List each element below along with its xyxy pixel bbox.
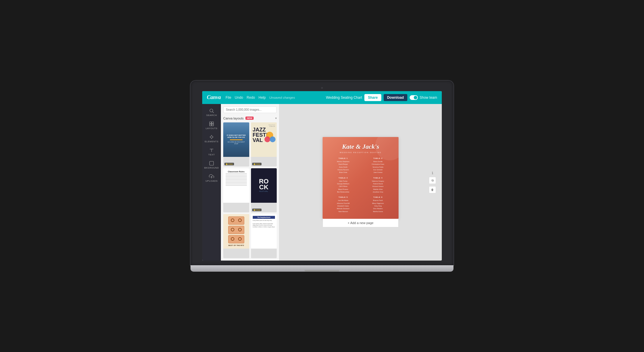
- seating-title: Kate & Jack's: [327, 143, 394, 150]
- sidebar-item-search[interactable]: SEARCH: [203, 106, 220, 118]
- table-guests-2: Maria DevilleChristopher KeanVeronica Pa…: [362, 160, 394, 174]
- table-section-4: TABLE 4 Valencia GregoryPatrick BrandRic…: [362, 177, 394, 194]
- template-cassettes-preview: BEST OF THE 80'S: [223, 214, 249, 249]
- sidebar-item-elements[interactable]: ELEMENTS: [203, 133, 220, 145]
- templates-panel: Canva layouts NEW ▾ IT DOES NOT MATTER H…: [221, 104, 279, 261]
- svg-point-16: [264, 136, 270, 142]
- sidebar-item-background[interactable]: BKGROUND: [203, 159, 220, 171]
- svg-point-6: [210, 136, 213, 138]
- svg-point-0: [210, 109, 213, 112]
- classroom-line: [226, 185, 247, 186]
- cassette-3: [228, 235, 244, 243]
- template-rock-preview: ROCK festival: [251, 168, 277, 203]
- design-container: Kate & Jack's WEDDING RECEPTION SEATING …: [323, 137, 399, 227]
- nav-help[interactable]: Help: [259, 96, 266, 100]
- svg-rect-4: [210, 124, 211, 126]
- search-section: [221, 104, 279, 115]
- show-team-button[interactable]: Show team: [410, 95, 437, 100]
- filter-section[interactable]: Canva layouts NEW ▾: [221, 115, 279, 122]
- table-title-5: TABLE 5: [327, 196, 359, 198]
- new-badge: NEW: [245, 117, 254, 120]
- upload-icon: [209, 174, 214, 179]
- table-title-6: TABLE 6: [362, 196, 394, 198]
- rock-sub: festival: [259, 190, 268, 192]
- svg-line-1: [212, 112, 214, 113]
- template-classroom[interactable]: Classroom Rules: [223, 168, 249, 212]
- design-card[interactable]: Kate & Jack's WEDDING RECEPTION SEATING …: [323, 137, 399, 219]
- chevron-down-icon: ▾: [275, 117, 277, 120]
- template-jazz[interactable]: Grove Court5th Annual JAZZFESTIVAL: [251, 122, 277, 167]
- page-number: 1: [432, 171, 433, 174]
- templates-grid: IT DOES NOT MATTER HOW SLOW YOU GO SO LO…: [221, 122, 279, 261]
- show-team-label: Show team: [420, 96, 437, 100]
- table-section-6: TABLE 6 Brianna TorchMissy HigginsonVick…: [362, 196, 394, 213]
- svg-rect-3: [212, 122, 214, 124]
- sidebar: SEARCH LAYOUTS ELEMENTS TEXT: [202, 104, 221, 261]
- nav-undo[interactable]: Undo: [235, 96, 243, 100]
- copy-page-button[interactable]: ⧉: [429, 177, 436, 184]
- table-guests-5: Ivan McAllisterJohanna ChurchillElizabet…: [327, 199, 359, 213]
- screen-bezel: Canva File Undo Redo Help Unsaved change…: [191, 81, 453, 265]
- main-area: SEARCH LAYOUTS ELEMENTS TEXT: [202, 104, 442, 261]
- unsaved-indicator: Unsaved changes: [269, 96, 295, 99]
- table-title-1: TABLE 1: [327, 157, 359, 159]
- svg-rect-2: [210, 122, 211, 124]
- classroom-line: [226, 181, 247, 181]
- classroom-line: [226, 182, 247, 183]
- template-neighborhood-preview: The Neighborhood Casey Weiss posts his l…: [251, 214, 277, 249]
- share-button[interactable]: Share: [364, 94, 381, 101]
- canvas-area[interactable]: Kate & Jack's WEDDING RECEPTION SEATING …: [279, 104, 442, 261]
- download-button[interactable]: Download: [384, 94, 407, 101]
- cassette-2: [228, 226, 244, 234]
- template-mountain[interactable]: IT DOES NOT MATTER HOW SLOW YOU GO SO LO…: [223, 122, 249, 167]
- classroom-line: [226, 175, 247, 176]
- filter-label: Canva layouts: [223, 117, 244, 120]
- table-section-1: TABLE 1 Monica StephensDavid BergerAnne …: [327, 157, 359, 174]
- laptop-base: [191, 265, 453, 272]
- classroom-line: [226, 176, 247, 177]
- sidebar-background-label: BKGROUND: [204, 167, 219, 169]
- layouts-icon: [209, 121, 214, 126]
- sidebar-search-label: SEARCH: [206, 114, 217, 117]
- delete-page-button[interactable]: 🗑: [429, 186, 436, 193]
- template-jazz-preview: Grove Court5th Annual JAZZFESTIVAL: [251, 122, 277, 157]
- table-guests-1: Monica StephensDavid BergerAnne SmithVic…: [327, 160, 359, 174]
- table-title-3: TABLE 3: [327, 177, 359, 179]
- nav-menu: File Undo Redo Help Unsaved changes: [226, 96, 326, 100]
- nav-right: Wedding Seating Chart Share Download Sho…: [326, 94, 437, 101]
- search-input[interactable]: [223, 106, 277, 113]
- sidebar-item-layouts[interactable]: LAYOUTS: [203, 119, 220, 131]
- background-icon: [209, 161, 214, 166]
- free-badge-mountain: ⭐ FREE: [224, 163, 234, 165]
- design-title: Wedding Seating Chart: [326, 96, 362, 100]
- classroom-line: [226, 183, 247, 184]
- sidebar-uploads-label: UPLOADS: [205, 180, 218, 182]
- classroom-title: Classroom Rules: [226, 171, 247, 173]
- template-cassettes[interactable]: BEST OF THE 80'S: [223, 214, 249, 258]
- neighborhood-header: The Neighborhood: [253, 216, 275, 219]
- sidebar-text-label: TEXT: [208, 153, 215, 156]
- table-guests-6: Brianna TorchMissy HigginsonVicky KingDi…: [362, 199, 394, 213]
- svg-rect-5: [212, 124, 214, 126]
- rock-title: ROCK: [259, 178, 269, 190]
- webcam: [321, 87, 323, 89]
- toggle-icon: [410, 95, 418, 100]
- laptop-wrapper: Canva File Undo Redo Help Unsaved change…: [191, 81, 453, 272]
- jazz-circles-svg: [264, 131, 276, 143]
- sidebar-item-uploads[interactable]: UPLOADS: [203, 172, 220, 184]
- classroom-line: [226, 173, 247, 174]
- nav-file[interactable]: File: [226, 96, 231, 100]
- sidebar-elements-label: ELEMENTS: [205, 140, 218, 143]
- neighborhood-body: Casey Weiss posts his last vlog entry Lo…: [253, 220, 275, 228]
- template-rock[interactable]: ROCK festival ⭐ FREE: [251, 168, 277, 212]
- laptop-screen: Canva File Undo Redo Help Unsaved change…: [202, 91, 442, 261]
- table-section-5: TABLE 5 Ivan McAllisterJohanna Churchill…: [327, 196, 359, 213]
- template-neighborhood[interactable]: The Neighborhood Casey Weiss posts his l…: [251, 214, 277, 258]
- add-page-button[interactable]: + Add a new page: [323, 219, 399, 227]
- nav-redo[interactable]: Redo: [247, 96, 255, 100]
- mountain-sub: SO LONG AS YOU DON'T STOP: [226, 141, 247, 145]
- cassette-1: [228, 216, 244, 225]
- jazz-header: Grove Court5th Annual: [253, 124, 275, 127]
- free-badge-jazz: ⭐ FREE: [252, 163, 262, 165]
- sidebar-item-text[interactable]: TEXT: [203, 146, 220, 158]
